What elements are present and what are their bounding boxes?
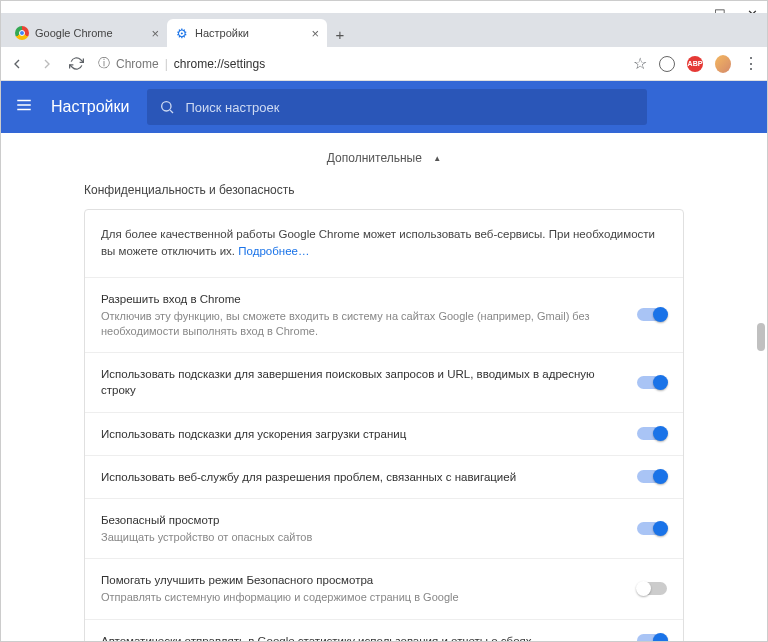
setting-row: Безопасный просмотрЗащищать устройство о…	[85, 499, 683, 559]
setting-row: Использовать веб-службу для разрешения п…	[85, 456, 683, 499]
star-icon[interactable]: ☆	[633, 54, 647, 73]
address-bar: ⓘ Chrome | chrome://settings ☆ ABP ⋮	[1, 47, 767, 81]
menu-icon[interactable]: ⋮	[743, 54, 759, 73]
svg-line-4	[171, 110, 174, 113]
toggle-switch[interactable]	[637, 634, 667, 641]
info-icon: ⓘ	[98, 55, 110, 72]
setting-row: Использовать подсказки для завершения по…	[85, 353, 683, 412]
toggle-switch[interactable]	[637, 470, 667, 483]
hamburger-icon[interactable]	[15, 96, 33, 118]
tab-settings[interactable]: ⚙ Настройки ×	[167, 19, 327, 47]
content-area: Дополнительные ▲ Конфиденциальность и бе…	[1, 133, 767, 641]
search-icon	[159, 99, 175, 115]
tab-strip: Google Chrome × ⚙ Настройки × +	[1, 13, 767, 47]
learn-more-link[interactable]: Подробнее…	[238, 245, 309, 257]
setting-row: Использовать подсказки для ускорения заг…	[85, 413, 683, 456]
reload-button[interactable]	[69, 56, 84, 71]
advanced-toggle[interactable]: Дополнительные ▲	[1, 133, 767, 183]
setting-subtitle: Отправлять системную информацию и содерж…	[101, 590, 621, 605]
tab-close[interactable]: ×	[151, 26, 159, 41]
forward-button[interactable]	[39, 56, 55, 72]
setting-title: Использовать подсказки для завершения по…	[101, 366, 621, 398]
tab-label: Google Chrome	[35, 27, 113, 39]
url-label: Chrome	[116, 57, 159, 71]
search-box[interactable]	[147, 89, 647, 125]
toggle-switch[interactable]	[637, 376, 667, 389]
setting-title: Автоматически отправлять в Google статис…	[101, 633, 621, 641]
new-tab-button[interactable]: +	[327, 21, 353, 47]
omnibox[interactable]: ⓘ Chrome | chrome://settings	[98, 55, 619, 72]
svg-point-3	[162, 102, 171, 111]
settings-card: Для более качественной работы Google Chr…	[84, 209, 684, 641]
chevron-up-icon: ▲	[433, 154, 441, 163]
page-title: Настройки	[51, 98, 129, 116]
setting-title: Помогать улучшить режим Безопасного прос…	[101, 572, 621, 588]
setting-subtitle: Защищать устройство от опасных сайтов	[101, 530, 621, 545]
back-button[interactable]	[9, 56, 25, 72]
tab-close[interactable]: ×	[311, 26, 319, 41]
scrollbar-thumb[interactable]	[757, 323, 765, 351]
section-title: Конфиденциальность и безопасность	[84, 183, 684, 197]
settings-header: Настройки	[1, 81, 767, 133]
url-text: chrome://settings	[174, 57, 265, 71]
toggle-switch[interactable]	[637, 427, 667, 440]
tab-google-chrome[interactable]: Google Chrome ×	[7, 19, 167, 47]
chrome-favicon	[15, 26, 29, 40]
setting-title: Разрешить вход в Chrome	[101, 291, 621, 307]
abp-icon[interactable]: ABP	[687, 56, 703, 72]
setting-title: Использовать подсказки для ускорения заг…	[101, 426, 621, 442]
setting-row: Автоматически отправлять в Google статис…	[85, 620, 683, 641]
setting-title: Безопасный просмотр	[101, 512, 621, 528]
toggle-switch[interactable]	[637, 308, 667, 321]
tab-label: Настройки	[195, 27, 249, 39]
toggle-switch[interactable]	[637, 582, 667, 595]
search-input[interactable]	[185, 100, 635, 115]
setting-title: Использовать веб-службу для разрешения п…	[101, 469, 621, 485]
setting-row: Помогать улучшить режим Безопасного прос…	[85, 559, 683, 619]
setting-subtitle: Отключив эту функцию, вы сможете входить…	[101, 309, 621, 340]
avatar-icon[interactable]	[715, 56, 731, 72]
intro-text: Для более качественной работы Google Chr…	[85, 210, 683, 278]
yandex-icon[interactable]	[659, 56, 675, 72]
settings-favicon: ⚙	[175, 26, 189, 40]
toggle-switch[interactable]	[637, 522, 667, 535]
setting-row: Разрешить вход в ChromeОтключив эту функ…	[85, 278, 683, 354]
